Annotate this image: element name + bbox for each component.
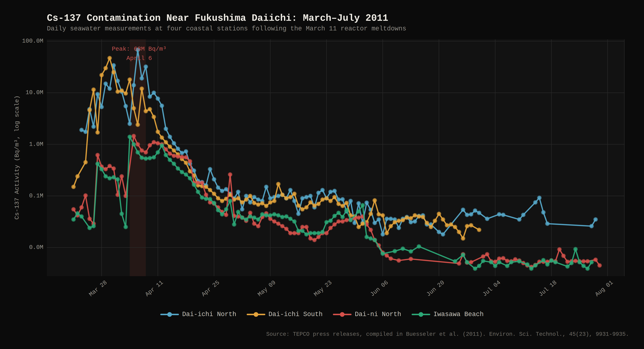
legend-swatch-icon (333, 314, 352, 315)
legend-marker-icon (418, 312, 423, 317)
legend-marker-icon (254, 312, 258, 317)
plot-area (0, 0, 644, 349)
y-tick-label: 1.0M (0, 141, 43, 148)
y-tick-label: 0.0M (0, 244, 43, 251)
figure: Cs-137 Contamination Near Fukushima Daii… (0, 0, 644, 349)
legend: Dai-ichi NorthDai-ichi SouthDai-ni North… (0, 311, 644, 318)
chart-title: Cs-137 Contamination Near Fukushima Daii… (47, 13, 388, 24)
y-axis-label: Cs-137 Activity (Bq/m³, log scale) (14, 95, 20, 220)
legend-item-iwasawa-beach: Iwasawa Beach (412, 311, 484, 318)
source-citation: Source: TEPCO press releases, compiled i… (266, 331, 629, 337)
legend-item-dai-ichi-north: Dai-ichi North (160, 311, 236, 318)
peak-annotation-line1: Peak: 68M Bq/m³ (112, 44, 166, 54)
legend-swatch-icon (160, 314, 179, 315)
peak-annotation: Peak: 68M Bq/m³ April 6 (112, 44, 166, 63)
legend-label: Dai-ichi North (182, 311, 236, 318)
chart-subtitle: Daily seawater measurements at four coas… (47, 25, 406, 32)
peak-annotation-line2: April 6 (112, 54, 166, 63)
legend-swatch-icon (412, 314, 430, 315)
legend-label: Iwasawa Beach (434, 311, 484, 318)
legend-marker-icon (340, 312, 344, 317)
y-tick-label: 100.0M (0, 38, 43, 45)
y-tick-label: 0.1M (0, 192, 43, 200)
legend-label: Dai-ichi South (268, 311, 322, 318)
legend-item-dai-ichi-south: Dai-ichi South (247, 311, 322, 318)
legend-item-dai-ni-north: Dai-ni North (333, 311, 401, 318)
legend-label: Dai-ni North (355, 311, 401, 318)
y-tick-label: 10.0M (0, 89, 43, 96)
legend-marker-icon (167, 312, 172, 317)
legend-swatch-icon (247, 314, 265, 315)
